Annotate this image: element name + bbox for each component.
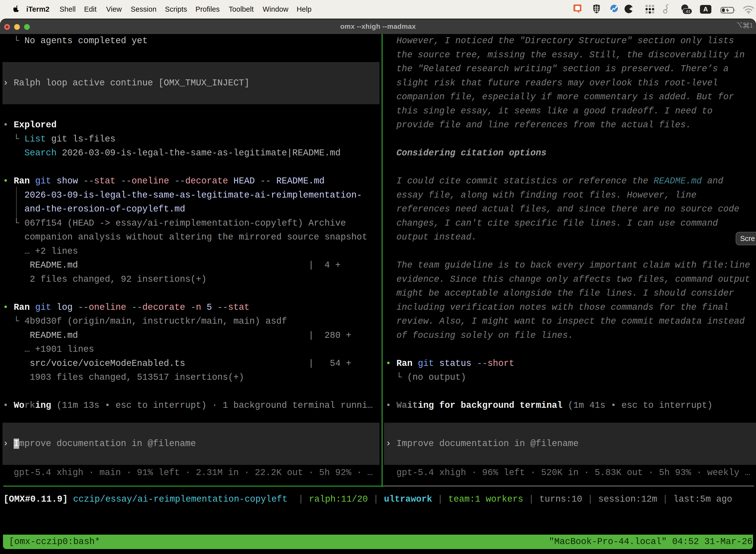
svg-text:..61: ..61 — [684, 9, 690, 13]
svg-text:1: 1 — [750, 22, 753, 29]
